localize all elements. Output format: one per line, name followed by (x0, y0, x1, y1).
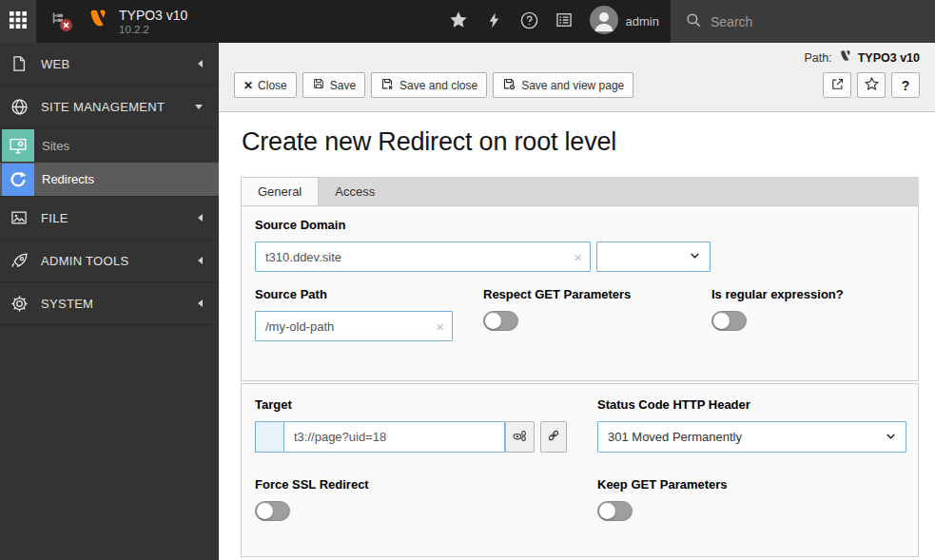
sidebar-item-file[interactable]: FILE (0, 197, 219, 240)
external-link-icon (830, 77, 845, 94)
star-outline-icon (864, 76, 880, 95)
sidebar-item-admin-tools[interactable]: ADMIN TOOLS (0, 240, 219, 282)
source-domain-label: Source Domain (255, 218, 905, 232)
chevron-left-icon (198, 299, 203, 307)
sidebar-item-web[interactable]: WEB (0, 43, 219, 86)
sidebar-item-label: SITE MANAGEMENT (41, 100, 165, 114)
save-and-view-button[interactable]: Save and view page (493, 72, 633, 98)
respect-get-label: Respect GET Parameters (483, 287, 711, 301)
source-path-input[interactable] (256, 319, 452, 334)
redirects-module-icon (2, 164, 34, 196)
search-icon (685, 11, 702, 32)
toggle-knob (599, 503, 615, 519)
record-type-icon-box (255, 421, 283, 453)
bookmark-page-button[interactable] (857, 72, 886, 98)
document-icon (0, 54, 38, 73)
status-code-select[interactable]: 301 Moved Permanently (597, 421, 906, 453)
brand-text: TYPO3 v10 10.2.2 (119, 7, 187, 37)
status-code-label: Status Code HTTP Header (597, 397, 905, 412)
general-tab-panel: Source Domain × Source Path R (241, 205, 919, 381)
open-in-new-window-button[interactable] (823, 72, 851, 98)
breadcrumb: Path: TYPO3 v10 (234, 48, 920, 68)
modules-menu-button[interactable] (0, 0, 36, 43)
topbar: TYPO3 v10 10.2.2 (0, 0, 935, 43)
close-button[interactable]: ✕ Close (234, 72, 297, 98)
chevron-down-icon (195, 105, 203, 109)
target-panel: Target Status Code HTTP Header (241, 383, 919, 557)
page-title: Create new Redirect on root level (242, 126, 935, 158)
module-menu: WEB SITE MANAGEMENT Site (0, 43, 219, 560)
keep-get-toggle[interactable] (597, 501, 633, 521)
topbar-right: admin (219, 0, 935, 43)
save-and-view-label: Save and view page (521, 79, 624, 92)
typo3-logo-icon (85, 7, 110, 36)
path-root-title: TYPO3 v10 (858, 51, 920, 65)
sidebar-item-label: FILE (41, 211, 68, 225)
row2-controls: × (255, 311, 905, 341)
source-path-field-wrap: × (255, 311, 453, 341)
docheader-buttonbar: ✕ Close Save (234, 72, 920, 98)
help-circle-icon (519, 10, 539, 33)
save-button[interactable]: Save (302, 72, 365, 98)
chevron-left-icon (198, 214, 203, 222)
target-field-group (255, 421, 597, 453)
chevron-left-icon (198, 60, 203, 68)
tab-general[interactable]: General (241, 177, 319, 205)
content-area: Path: TYPO3 v10 ✕ Close (219, 43, 935, 560)
target-label: Target (255, 397, 597, 412)
eye-link-icon (512, 428, 528, 447)
ssl-labels-row: Force SSL Redirect Keep GET Parameters (255, 477, 905, 492)
link-icon (546, 428, 561, 446)
close-button-label: Close (258, 79, 287, 92)
help-button[interactable] (512, 0, 547, 43)
browse-link-button[interactable] (540, 421, 567, 453)
is-regex-label: Is regular expression? (711, 287, 905, 301)
target-controls-row: 301 Moved Permanently (255, 421, 905, 453)
opendocs-button[interactable] (547, 0, 582, 43)
search-input[interactable] (711, 14, 882, 29)
chevron-down-icon (885, 430, 897, 445)
user-menu-button[interactable]: admin (582, 0, 671, 43)
link-explanation-button[interactable] (505, 421, 535, 453)
source-domain-input[interactable] (256, 250, 590, 264)
save-and-close-button[interactable]: Save and close (371, 72, 487, 98)
toggle-knob (713, 313, 730, 329)
pagetree-toggle-button[interactable] (36, 0, 80, 43)
tab-label: Access (335, 184, 375, 199)
force-ssl-label: Force SSL Redirect (255, 477, 597, 492)
sidebar-item-site-management[interactable]: SITE MANAGEMENT (0, 86, 219, 128)
bolt-icon (485, 11, 503, 32)
toggle-knob (485, 313, 501, 329)
context-help-button[interactable]: ? (891, 72, 920, 98)
typo3-path-logo-icon (837, 48, 853, 68)
tab-access[interactable]: Access (319, 177, 391, 205)
sidebar-item-redirects[interactable]: Redirects (0, 163, 219, 197)
target-field-wrap (283, 421, 505, 453)
ssl-controls-row (255, 501, 905, 521)
bookmark-button[interactable] (441, 0, 477, 43)
docheader: Path: TYPO3 v10 ✕ Close (219, 43, 935, 112)
sidebar-item-sites[interactable]: Sites (0, 128, 219, 163)
target-input[interactable] (284, 430, 504, 444)
respect-get-toggle[interactable] (483, 311, 518, 331)
question-mark-icon: ? (902, 78, 910, 93)
force-ssl-toggle[interactable] (255, 501, 290, 521)
chevron-down-icon (689, 249, 701, 264)
avatar (590, 6, 618, 37)
chevron-left-icon (198, 257, 203, 264)
sidebar-item-label: Redirects (42, 172, 94, 186)
brand: TYPO3 v10 10.2.2 (80, 0, 187, 43)
globe-icon (0, 97, 38, 117)
clear-cache-button[interactable] (477, 0, 512, 43)
close-icon: ✕ (243, 79, 253, 92)
star-icon (448, 10, 469, 33)
clear-icon[interactable]: × (574, 250, 582, 264)
sidebar-item-system[interactable]: SYSTEM (0, 282, 219, 325)
clear-icon[interactable]: × (436, 319, 444, 334)
tab-label: General (258, 184, 302, 199)
is-regex-toggle[interactable] (711, 311, 747, 331)
target-labels-row: Target Status Code HTTP Header (255, 397, 905, 412)
toggle-knob (257, 503, 273, 519)
pagetree-hidden-badge-icon (60, 19, 72, 34)
source-domain-select[interactable] (596, 241, 711, 272)
